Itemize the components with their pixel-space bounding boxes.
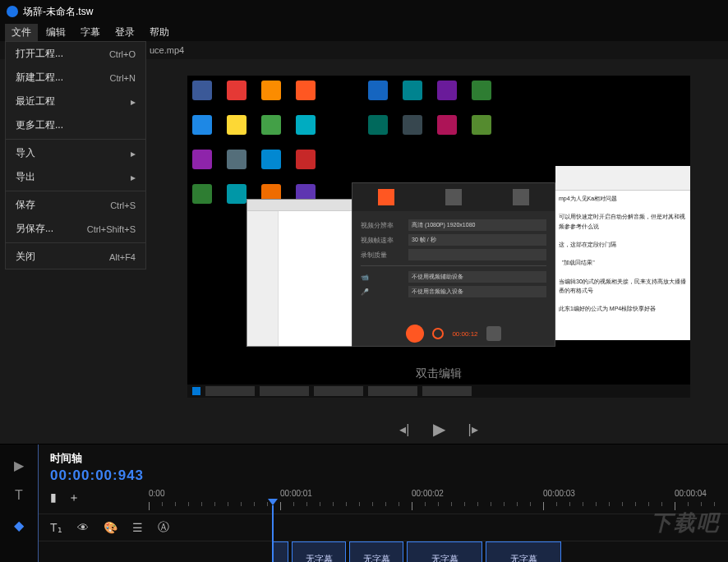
menu-more-project[interactable]: 更多工程...: [6, 113, 145, 137]
desktop-icon: [227, 115, 247, 135]
recorder-footer: 00:00:12: [352, 325, 555, 343]
desktop-icon: [368, 115, 388, 135]
menu-open-shortcut: Ctrl+O: [109, 49, 136, 59]
text-editor-window: mp4为人见Ka相对问题 可以用快速定时开启自动分解音频，但是对其和视频参参考什…: [555, 166, 690, 340]
desktop-icon: [192, 115, 212, 135]
visibility-icon[interactable]: 👁: [77, 521, 89, 534]
menu-login[interactable]: 登录: [108, 24, 141, 41]
rec-fps-value: 30 帧 / 秒: [408, 234, 546, 246]
video-preview[interactable]: 视频分辨率 高清 (1080P) 1920x1080 视频帧速率 30 帧 / …: [150, 59, 728, 414]
timeline-ruler-row: ▮ ＋ 0:00 00:00:01 00:00:02 00:00:03 00:0…: [39, 489, 728, 514]
menu-save[interactable]: 保存 Ctrl+S: [6, 193, 145, 217]
desktop-icon: [296, 150, 316, 169]
menu-more-label: 更多工程...: [16, 118, 63, 132]
menu-saveas[interactable]: 另保存... Ctrl+Shift+S: [6, 217, 145, 241]
submenu-arrow-icon: ▸: [131, 148, 136, 159]
menu-subtitle[interactable]: 字幕: [74, 24, 107, 41]
submenu-arrow-icon: ▸: [131, 172, 136, 183]
timeline-title: 时间轴: [50, 451, 716, 466]
timeline-clip[interactable]: 无字幕: [407, 541, 482, 562]
rec-video-dev-icon: 📹: [361, 274, 402, 281]
text-tool-icon[interactable]: T: [15, 488, 23, 503]
desktop-icon: [472, 115, 491, 135]
play-button[interactable]: ▶: [433, 419, 445, 439]
record-button-icon: [406, 325, 424, 343]
window-title: 场辞-未命名.tsw: [23, 5, 93, 19]
desktop-icon: [227, 184, 247, 204]
timeline-ruler[interactable]: 0:00 00:00:01 00:00:02 00:00:03 00:00:04: [149, 489, 728, 514]
menu-new-shortcut: Ctrl+N: [110, 73, 136, 83]
menu-new-project[interactable]: 新建工程... Ctrl+N: [6, 66, 145, 90]
start-icon: [192, 387, 200, 395]
timeline-clip[interactable]: 无字幕: [349, 541, 403, 562]
desktop-icon: [296, 81, 316, 100]
pointer-tool-icon[interactable]: ▶: [14, 458, 24, 473]
rec-res-value: 高清 (1080P) 1920x1080: [408, 219, 546, 231]
recorder-window: 视频分辨率 高清 (1080P) 1920x1080 视频帧速率 30 帧 / …: [352, 182, 555, 347]
palette-icon[interactable]: 🎨: [104, 521, 117, 534]
menu-export-label: 导出: [16, 170, 35, 184]
menu-open-project[interactable]: 打开工程... Ctrl+O: [6, 42, 145, 66]
timeline-track[interactable]: 无字幕 无字幕 无字幕 无字幕: [149, 541, 728, 562]
timeline-header: 时间轴 00:00:00:943: [39, 445, 728, 486]
fm-content: [279, 211, 352, 346]
menu-import[interactable]: 导入 ▸: [6, 141, 145, 165]
desktop-icon: [261, 81, 281, 100]
menu-edit[interactable]: 编辑: [39, 24, 72, 41]
taskbar-item: [260, 386, 309, 396]
file-manager-window: [247, 199, 353, 347]
tag-tool-icon[interactable]: ◆: [14, 518, 24, 533]
desktop-icon: [261, 150, 281, 169]
rec-tab-region-icon: [445, 189, 462, 205]
menu-close-label: 关闭: [16, 250, 35, 264]
desktop-taskbar: [187, 385, 690, 398]
menu-import-label: 导入: [16, 146, 35, 160]
next-frame-button[interactable]: |▸: [468, 422, 478, 437]
add-marker-icon[interactable]: ▮: [50, 491, 57, 505]
timeline-timecode: 00:00:00:943: [50, 468, 716, 484]
timeline-clip[interactable]: [272, 541, 288, 562]
menu-save-shortcut: Ctrl+S: [110, 200, 136, 210]
desktop-icon: [368, 81, 388, 100]
desktop-icons-left: [192, 81, 319, 204]
rec-qual-value: [408, 249, 546, 260]
taskbar-item: [422, 386, 472, 396]
add-plus-icon[interactable]: ＋: [68, 491, 80, 505]
rec-video-dev: 不使用视频辅助设备: [408, 271, 546, 283]
menu-export[interactable]: 导出 ▸: [6, 165, 145, 189]
menu-saveas-label: 另保存...: [16, 222, 53, 236]
menu-recent-project[interactable]: 最近工程 ▸: [6, 90, 145, 113]
timeline-clip[interactable]: 无字幕: [292, 541, 346, 562]
timeline-clip[interactable]: 无字幕: [486, 541, 561, 562]
menubar: 文件 编辑 字幕 登录 帮助: [0, 23, 728, 41]
timeline-toolbar: T₁ 👁 🎨 ☰ Ⓐ: [39, 514, 728, 541]
text-style-icon[interactable]: T₁: [50, 521, 62, 534]
text-toolbar: [555, 166, 690, 191]
playhead[interactable]: [272, 505, 274, 562]
rec-tab-fullscreen-icon: [378, 189, 394, 205]
rec-timer: 00:00:12: [452, 330, 477, 338]
menu-saveas-shortcut: Ctrl+Shift+S: [87, 224, 136, 234]
file-dropdown: 打开工程... Ctrl+O 新建工程... Ctrl+N 最近工程 ▸ 更多工…: [5, 41, 146, 269]
circle-a-icon[interactable]: Ⓐ: [158, 520, 169, 535]
desktop-icon: [192, 184, 212, 204]
desktop-icon: [437, 115, 457, 135]
ruler-label: 0:00: [149, 489, 164, 498]
prev-frame-button[interactable]: ◂|: [399, 422, 409, 437]
menu-recent-label: 最近工程: [16, 94, 55, 108]
preview-wrap: 视频分辨率 高清 (1080P) 1920x1080 视频帧速率 30 帧 / …: [150, 59, 728, 444]
desktop-icons-right: [368, 81, 495, 135]
recorder-tabs: [352, 183, 555, 211]
menu-file[interactable]: 文件: [5, 24, 38, 41]
submenu-arrow-icon: ▸: [131, 96, 136, 108]
desktop-icon: [227, 81, 247, 100]
menu-help[interactable]: 帮助: [143, 24, 176, 41]
desktop-icon: [192, 150, 212, 169]
ruler-label: 00:00:03: [543, 489, 575, 498]
ruler-label: 00:00:02: [412, 489, 444, 498]
list-icon[interactable]: ☰: [132, 521, 143, 534]
preview-overlay-hint: 双击编辑: [416, 366, 462, 381]
menu-close[interactable]: 关闭 Alt+F4: [6, 245, 145, 269]
menu-separator: [6, 191, 145, 191]
desktop-icon: [472, 81, 491, 100]
